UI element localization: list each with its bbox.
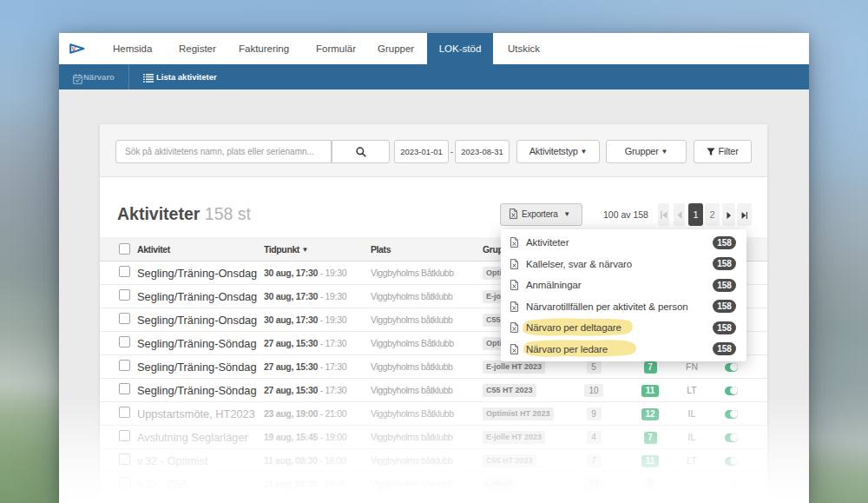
svg-text:V: V (72, 46, 76, 52)
